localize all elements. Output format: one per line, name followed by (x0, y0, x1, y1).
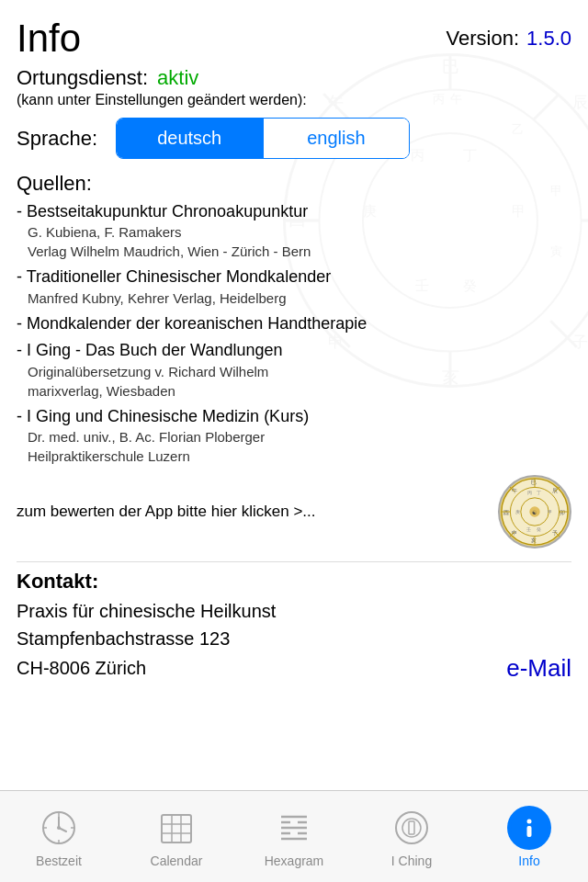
svg-text:癸: 癸 (537, 527, 541, 532)
version-row: Version: 1.5.0 (447, 27, 571, 51)
svg-text:辰: 辰 (552, 488, 558, 493)
svg-point-81 (527, 819, 532, 823)
source-main: - I Ging - Das Buch der Wandlungen (17, 340, 571, 361)
divider (17, 561, 571, 562)
version-label: Version: (447, 27, 520, 51)
location-note: (kann unter Einstellungen geändert werde… (17, 92, 571, 108)
info-icon (507, 806, 551, 850)
svg-text:庚: 庚 (515, 509, 520, 514)
svg-text:壬: 壬 (526, 526, 531, 532)
svg-rect-82 (527, 826, 532, 837)
source-main: - Mondkalender der koreanischen Handther… (17, 313, 571, 334)
tab-hexagram-label: Hexagram (265, 854, 324, 868)
calendar-icon (154, 806, 198, 850)
source-sub: marixverlag, Wiesbaden (17, 381, 571, 401)
svg-rect-65 (162, 815, 191, 842)
language-row: Sprache: deutsch english (17, 118, 571, 159)
tab-calendar-label: Calendar (151, 854, 203, 868)
kontakt-bottom-row: CH-8006 Zürich e-Mail (17, 654, 571, 683)
source-sub: Dr. med. univ., B. Ac. Florian Ploberger (17, 427, 571, 447)
iching-coin-icon (390, 806, 434, 850)
version-value: 1.5.0 (526, 27, 571, 51)
kontakt-line3: CH-8006 Zürich (17, 654, 146, 682)
source-main: - Bestseitakupunktur Chronoakupunktur (17, 201, 571, 222)
quellen-title: Quellen: (17, 172, 571, 196)
header-row: Info Version: 1.5.0 (17, 17, 571, 61)
tab-iching-label: I Ching (391, 854, 432, 868)
svg-text:午: 午 (512, 488, 517, 493)
list-item: - I Ging - Das Buch der Wandlungen Origi… (17, 340, 571, 400)
source-main: - Traditioneller Chinesischer Mondkalend… (17, 266, 571, 288)
tab-bar: Bestzeit Calendar (0, 790, 588, 882)
iching-wheel: 巳 亥 酉 卯 午 辰 申 子 丙 丁 壬 癸 庚 甲 ☯ (498, 475, 571, 548)
location-status: aktiv (157, 66, 198, 90)
svg-text:亥: 亥 (531, 537, 537, 543)
source-sub: Verlag Wilhelm Maudrich, Wien - Zürich -… (17, 242, 571, 261)
source-sub: Originalübersetzung v. Richard Wilhelm (17, 362, 571, 381)
svg-text:卯: 卯 (560, 510, 565, 515)
list-item: - Mondkalender der koreanischen Handther… (17, 313, 571, 334)
svg-text:申: 申 (512, 530, 517, 536)
list-item: - I Ging und Chinesische Medizin (Kurs) … (17, 406, 571, 466)
lang-deutsch-button[interactable]: deutsch (117, 119, 262, 158)
language-label: Sprache: (17, 127, 97, 151)
hexagram-icon (272, 806, 316, 850)
svg-text:丁: 丁 (537, 491, 541, 495)
location-row: Ortungsdienst: aktiv (17, 66, 571, 90)
main-content: Info Version: 1.5.0 Ortungsdienst: aktiv… (0, 0, 588, 790)
source-sub: Heilpraktikerschule Luzern (17, 447, 571, 466)
location-label: Ortungsdienst: (17, 66, 148, 90)
rate-row[interactable]: zum bewerten der App bitte hier klicken … (17, 475, 571, 548)
source-sub: Manfred Kubny, Kehrer Verlag, Heidelberg (17, 288, 571, 308)
svg-text:子: 子 (552, 530, 558, 536)
tab-calendar[interactable]: Calendar (121, 796, 232, 878)
kontakt-line2: Stampfenbachstrasse 123 (17, 625, 571, 652)
language-selector: deutsch english (116, 118, 410, 159)
svg-text:甲: 甲 (548, 510, 552, 514)
source-list: - Bestseitakupunktur Chronoakupunktur G.… (17, 201, 571, 466)
email-link[interactable]: e-Mail (506, 654, 571, 683)
tab-info[interactable]: Info (474, 796, 584, 878)
kontakt-line1: Praxis für chinesische Heilkunst (17, 597, 571, 625)
svg-text:丙: 丙 (527, 491, 532, 495)
clock-icon (37, 806, 81, 850)
tab-bestzeit[interactable]: Bestzeit (4, 796, 114, 878)
lang-english-button[interactable]: english (264, 119, 409, 158)
tab-iching[interactable]: I Ching (356, 796, 467, 878)
svg-text:☯: ☯ (532, 510, 537, 515)
tab-bestzeit-label: Bestzeit (36, 854, 82, 868)
page-title: Info (17, 17, 81, 61)
svg-rect-79 (409, 821, 414, 834)
list-item: - Bestseitakupunktur Chronoakupunktur G.… (17, 201, 571, 261)
svg-line-60 (59, 828, 66, 831)
svg-text:巳: 巳 (531, 480, 537, 485)
rate-text[interactable]: zum bewerten der App bitte hier klicken … (17, 503, 316, 521)
list-item: - Traditioneller Chinesischer Mondkalend… (17, 266, 571, 307)
svg-point-77 (396, 812, 427, 843)
kontakt-title: Kontakt: (17, 570, 571, 594)
source-main: - I Ging und Chinesische Medizin (Kurs) (17, 406, 571, 427)
tab-hexagram[interactable]: Hexagram (239, 796, 349, 878)
tab-info-label: Info (518, 854, 539, 868)
svg-text:酉: 酉 (503, 510, 509, 515)
source-sub: G. Kubiena, F. Ramakers (17, 222, 571, 242)
